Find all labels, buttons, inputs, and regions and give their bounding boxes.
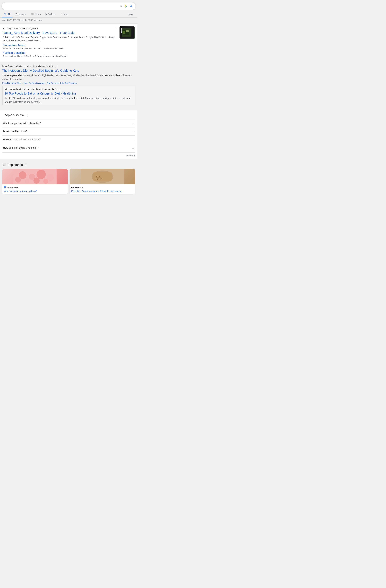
story-source-name-0: Live Science <box>7 186 19 189</box>
story-card-1[interactable]: KETO KITCHEN EXPRESS Keto diet: Simple r… <box>70 169 135 194</box>
sitelink-dot-0: · <box>22 82 23 84</box>
ad-sublink-title-0[interactable]: Gluten-Free Meals <box>2 44 118 47</box>
news-tab-icon: 📰 <box>31 13 34 16</box>
tab-videos[interactable]: ▶ Videos <box>43 11 58 18</box>
svg-point-17 <box>34 177 40 184</box>
results-info: About 326,000,000 results (0.87 seconds) <box>0 18 137 22</box>
story-title-0[interactable]: What fruits can you eat on keto? <box>4 189 66 193</box>
sub-result-0: https://www.healthline.com › nutrition ›… <box>2 86 135 105</box>
ad-sublink-title-1[interactable]: Nutrition Coaching <box>2 51 118 55</box>
all-tab-icon <box>4 13 7 16</box>
tab-news[interactable]: 📰 News <box>29 11 43 18</box>
story-content-0: Live Science What fruits can you eat on … <box>2 184 68 194</box>
organic-results-section: https://www.healthline.com › nutrition ›… <box>0 63 137 109</box>
ad-header: Ad · https://www.factor75.com/go/keto ⋮ <box>2 26 118 30</box>
ad-badge: Ad <box>2 27 5 29</box>
sub-result-url: https://www.healthline.com › nutrition ›… <box>4 88 58 90</box>
ad-url: https://www.factor75.com/go/keto <box>8 27 38 29</box>
sub-result-title[interactable]: 20 Top Foods to Eat on a Ketogenic Diet … <box>4 91 133 95</box>
top-stories-header: 📰 Top stories ⋮ <box>2 163 135 167</box>
svg-point-18 <box>43 179 48 184</box>
ad-header-left: Ad · https://www.factor75.com/go/keto <box>2 27 38 30</box>
mic-icon[interactable] <box>124 4 127 8</box>
top-stories-section: 📰 Top stories ⋮ <box>0 161 137 196</box>
results-count: About 326,000,000 results (0.87 seconds) <box>2 19 42 21</box>
result-sitelink-0-1[interactable]: Keto Diet and Alcohol <box>24 82 44 84</box>
paa-header: People also ask ⋮ <box>2 113 135 117</box>
videos-tab-icon: ▶ <box>45 13 47 16</box>
paa-more-button[interactable]: ⋮ <box>26 113 29 117</box>
result-url-row-0: https://www.healthline.com › nutrition ›… <box>2 64 135 68</box>
result-more-button-0[interactable]: ⋮ <box>57 64 59 68</box>
svg-rect-3 <box>123 31 125 34</box>
ad-image-inner <box>120 26 135 39</box>
paa-chevron-3: ⌄ <box>132 146 134 150</box>
nav-tabs: All 🖼 Images 📰 News ▶ Videos ⋮ More Tool… <box>0 10 137 18</box>
people-also-ask-section: People also ask ⋮ What can you eat with … <box>0 110 137 159</box>
livescience-icon <box>4 186 6 189</box>
meal-image-svg <box>120 27 134 39</box>
ad-card: Ad · https://www.factor75.com/go/keto ⋮ … <box>0 23 137 62</box>
svg-text:KETO: KETO <box>96 176 102 178</box>
ad-sublink-0: Gluten-Free Meals Eliminate Unnecessary … <box>2 44 118 50</box>
top-stories-more-button[interactable]: ⋮ <box>24 163 27 167</box>
tab-videos-label: Videos <box>48 13 55 16</box>
paa-title: People also ask <box>2 113 24 117</box>
paa-chevron-1: ⌄ <box>132 130 134 133</box>
paa-chevron-0: ⌄ <box>132 121 134 125</box>
paa-question-3: How do I start doing a keto diet? <box>3 147 39 149</box>
story-source-icon-0 <box>4 186 6 189</box>
story-card-0[interactable]: Live Science What fruits can you eat on … <box>2 169 68 194</box>
story-content-1: EXPRESS Keto diet: Simple recipes to fol… <box>70 184 135 194</box>
ad-sublink-desc-0: Eliminate Unnecessary Gluten. Discover o… <box>2 47 118 50</box>
tools-button[interactable]: Tools <box>126 11 136 17</box>
top-stories-icon: 📰 <box>2 163 6 167</box>
ad-text: Ad · https://www.factor75.com/go/keto ⋮ … <box>2 26 118 59</box>
result-url-0: https://www.healthline.com › nutrition ›… <box>2 65 55 67</box>
tab-all[interactable]: All <box>2 11 13 18</box>
tab-all-label: All <box>8 13 10 16</box>
paa-question-1: Is keto healthy or not? <box>3 130 27 133</box>
ad-image <box>120 26 135 39</box>
search-bar: keto diet × <box>2 2 136 10</box>
ad-more-button[interactable]: ⋮ <box>115 26 118 30</box>
tab-more[interactable]: ⋮ More <box>58 11 71 18</box>
story-image-1: KETO KITCHEN <box>70 169 135 184</box>
ad-content: Ad · https://www.factor75.com/go/keto ⋮ … <box>2 26 135 59</box>
top-stories-title: Top stories <box>8 163 23 167</box>
paa-item-0[interactable]: What can you eat with a keto diet? ⌄ <box>2 119 135 127</box>
paa-question-0: What can you eat with a keto diet? <box>3 122 41 125</box>
story-title-1[interactable]: Keto diet: Simple recipes to follow the … <box>71 189 134 193</box>
paa-feedback[interactable]: Feedback <box>2 152 135 156</box>
sub-result-more-button[interactable]: ⋮ <box>59 87 61 91</box>
svg-point-16 <box>25 179 30 184</box>
result-title-0[interactable]: The Ketogenic Diet: A Detailed Beginner'… <box>2 69 135 73</box>
ad-title-link[interactable]: Factor_ Keto Meal Delivery - Save $120 -… <box>2 31 118 35</box>
ad-description: Delicious Meals To Fuel Your Day And Sup… <box>2 36 118 42</box>
search-bar-container: keto diet × <box>0 0 137 10</box>
sitelink-dot-1: · <box>45 82 46 84</box>
paa-item-2[interactable]: What are side effects of keto diet? ⌄ <box>2 135 135 144</box>
story-image-0 <box>2 169 68 184</box>
result-sitelink-0-0[interactable]: Keto Diet Meal Plan <box>2 82 21 84</box>
ad-sublinks: Gluten-Free Meals Eliminate Unnecessary … <box>2 44 118 57</box>
paa-item-3[interactable]: How do I start doing a keto diet? ⌄ <box>2 144 135 152</box>
svg-rect-4 <box>126 30 129 32</box>
tab-images-label: Images <box>19 13 26 16</box>
ad-sublink-1: Nutrition Coaching Build Healthier Habit… <box>2 51 118 57</box>
ad-dot: · <box>6 27 7 30</box>
search-icon[interactable] <box>129 4 133 8</box>
result-sitelink-0-2[interactable]: Our Favorite Keto Diet Recipes <box>47 82 77 84</box>
paa-item-1[interactable]: Is keto healthy or not? ⌄ <box>2 127 135 135</box>
story-img-svg-0 <box>2 169 68 184</box>
result-sitelinks-0: Keto Diet Meal Plan · Keto Diet and Alco… <box>2 82 135 84</box>
result-item-0: https://www.healthline.com › nutrition ›… <box>2 64 135 105</box>
tab-images[interactable]: 🖼 Images <box>13 11 28 18</box>
tab-more-label: More <box>64 13 69 16</box>
images-tab-icon: 🖼 <box>15 13 18 16</box>
tab-news-label: News <box>35 13 41 16</box>
search-input[interactable]: keto diet <box>4 5 120 8</box>
clear-icon[interactable]: × <box>120 4 122 8</box>
more-tab-icon: ⋮ <box>60 13 63 16</box>
paa-question-2: What are side effects of keto diet? <box>3 138 41 141</box>
